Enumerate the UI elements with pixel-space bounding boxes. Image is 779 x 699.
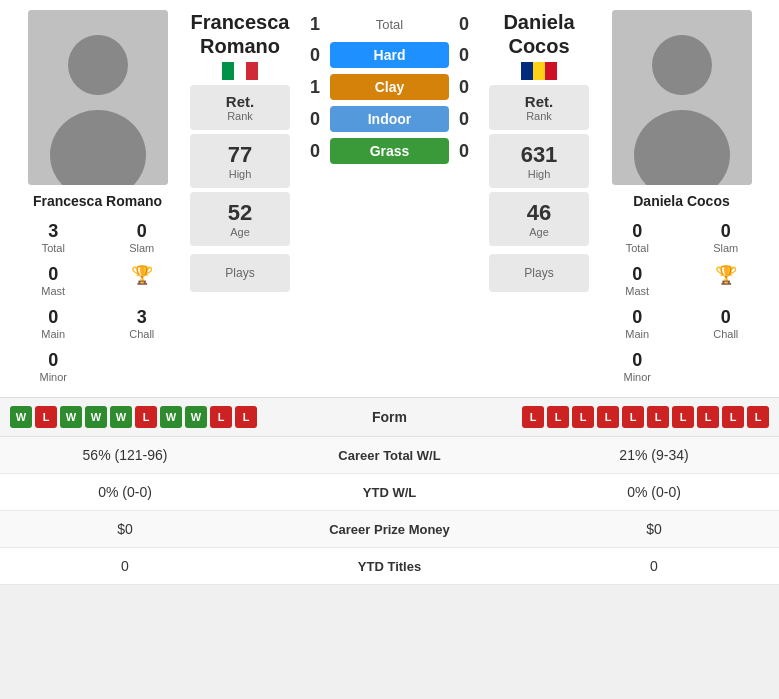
right-total-cell: 0 Total xyxy=(594,217,681,258)
left-plays-box: Plays xyxy=(190,254,290,292)
form-badge-l: L xyxy=(135,406,157,428)
left-total-label: Total xyxy=(42,242,65,254)
top-section: Francesca Romano 3 Total 0 Slam 0 Mast 🏆 xyxy=(0,0,779,397)
right-slam-value: 0 xyxy=(721,221,731,242)
right-high-value: 631 xyxy=(493,142,585,168)
right-slam-cell: 0 Slam xyxy=(683,217,770,258)
form-badge-w: W xyxy=(60,406,82,428)
left-high-value: 77 xyxy=(194,142,286,168)
right-header-name: DanielaCocos xyxy=(503,10,574,58)
left-rank-value: Ret. xyxy=(202,93,278,110)
left-minor-cell: 0 Minor xyxy=(10,346,97,387)
right-mast-value: 0 xyxy=(632,264,642,285)
form-badge-w: W xyxy=(85,406,107,428)
left-indoor-score: 0 xyxy=(300,109,330,130)
stats-row: 56% (121-96)Career Total W/L21% (9-34) xyxy=(0,437,779,474)
center-column: 1 Total 0 0 Hard 0 1 Clay 0 0 Indoor 0 xyxy=(295,10,484,387)
right-rank-box: Ret. Rank xyxy=(489,85,589,130)
stats-right-3: 0 xyxy=(529,548,779,584)
right-main-label: Main xyxy=(625,328,649,340)
right-player-card: Daniela Cocos 0 Total 0 Slam 0 Mast 🏆 xyxy=(594,10,769,387)
stats-left-2: $0 xyxy=(0,511,250,547)
bottom-section: WLWWWLWWLL Form LLLLLLLLLL 56% (121-96)C… xyxy=(0,397,779,585)
form-badge-l: L xyxy=(672,406,694,428)
form-badge-l: L xyxy=(597,406,619,428)
stats-row: $0Career Prize Money$0 xyxy=(0,511,779,548)
right-player-name: Daniela Cocos xyxy=(633,193,729,209)
stats-right-1: 0% (0-0) xyxy=(529,474,779,510)
grass-row: 0 Grass 0 xyxy=(300,135,479,167)
right-rank-value: Ret. xyxy=(501,93,577,110)
right-high-label: High xyxy=(493,168,585,180)
left-slam-label: Slam xyxy=(129,242,154,254)
stats-center-1: YTD W/L xyxy=(250,475,529,510)
form-badge-l: L xyxy=(622,406,644,428)
form-badge-l: L xyxy=(747,406,769,428)
right-chall-label: Chall xyxy=(713,328,738,340)
form-row: WLWWWLWWLL Form LLLLLLLLLL xyxy=(0,398,779,437)
stats-right-2: $0 xyxy=(529,511,779,547)
form-badge-w: W xyxy=(185,406,207,428)
left-mast-label: Mast xyxy=(41,285,65,297)
stats-row: 0% (0-0)YTD W/L0% (0-0) xyxy=(0,474,779,511)
form-badge-l: L xyxy=(235,406,257,428)
left-header-name: FrancescaRomano xyxy=(191,10,290,58)
left-age-box: 52 Age xyxy=(190,192,290,246)
left-form-badges: WLWWWLWWLL xyxy=(10,406,257,428)
romania-flag xyxy=(521,62,557,80)
main-container: Francesca Romano 3 Total 0 Slam 0 Mast 🏆 xyxy=(0,0,779,585)
right-main-value: 0 xyxy=(632,307,642,328)
clay-row: 1 Clay 0 xyxy=(300,71,479,103)
left-grass-score: 0 xyxy=(300,141,330,162)
left-rank-box: Ret. Rank xyxy=(190,85,290,130)
left-slam-cell: 0 Slam xyxy=(99,217,186,258)
right-trophy-icon: 🏆 xyxy=(715,264,737,286)
right-total-label: Total xyxy=(626,242,649,254)
stats-center-2: Career Prize Money xyxy=(250,512,529,547)
left-player-stats: 3 Total 0 Slam 0 Mast 🏆 0 Main xyxy=(10,217,185,387)
right-rank-label: Rank xyxy=(501,110,577,122)
svg-point-1 xyxy=(68,35,128,95)
left-chall-value: 3 xyxy=(137,307,147,328)
left-mast-value: 0 xyxy=(48,264,58,285)
total-row: 1 Total 0 xyxy=(300,10,479,39)
italy-flag xyxy=(222,62,258,80)
right-chall-value: 0 xyxy=(721,307,731,328)
stats-left-1: 0% (0-0) xyxy=(0,474,250,510)
form-badge-w: W xyxy=(160,406,182,428)
indoor-badge: Indoor xyxy=(330,106,449,132)
left-plays-label: Plays xyxy=(194,266,286,280)
right-minor-label: Minor xyxy=(623,371,651,383)
left-total-score: 1 xyxy=(300,14,330,35)
left-player-card: Francesca Romano 3 Total 0 Slam 0 Mast 🏆 xyxy=(10,10,185,387)
stats-right-0: 21% (9-34) xyxy=(529,437,779,473)
left-age-label: Age xyxy=(194,226,286,238)
left-middle-section: FrancescaRomano Ret. Rank 77 High 52 xyxy=(185,10,295,387)
right-plays-box: Plays xyxy=(489,254,589,292)
right-mast-label: Mast xyxy=(625,285,649,297)
form-badge-w: W xyxy=(10,406,32,428)
form-badge-l: L xyxy=(697,406,719,428)
right-middle-section: DanielaCocos Ret. Rank 631 High 46 xyxy=(484,10,594,387)
right-header: DanielaCocos xyxy=(503,10,574,80)
left-age-value: 52 xyxy=(194,200,286,226)
hard-badge: Hard xyxy=(330,42,449,68)
form-badge-l: L xyxy=(722,406,744,428)
right-total-score: 0 xyxy=(449,14,479,35)
right-chall-cell: 0 Chall xyxy=(683,303,770,344)
right-mast-cell: 0 Mast xyxy=(594,260,681,301)
left-total-value: 3 xyxy=(48,221,58,242)
right-total-value: 0 xyxy=(632,221,642,242)
grass-badge: Grass xyxy=(330,138,449,164)
left-mast-cell: 0 Mast xyxy=(10,260,97,301)
left-header: FrancescaRomano xyxy=(191,10,290,80)
clay-badge: Clay xyxy=(330,74,449,100)
indoor-row: 0 Indoor 0 xyxy=(300,103,479,135)
left-main-cell: 0 Main xyxy=(10,303,97,344)
form-badge-w: W xyxy=(110,406,132,428)
stats-center-0: Career Total W/L xyxy=(250,438,529,473)
stats-row: 0YTD Titles0 xyxy=(0,548,779,585)
left-chall-label: Chall xyxy=(129,328,154,340)
right-clay-score: 0 xyxy=(449,77,479,98)
stats-table: 56% (121-96)Career Total W/L21% (9-34)0%… xyxy=(0,437,779,585)
